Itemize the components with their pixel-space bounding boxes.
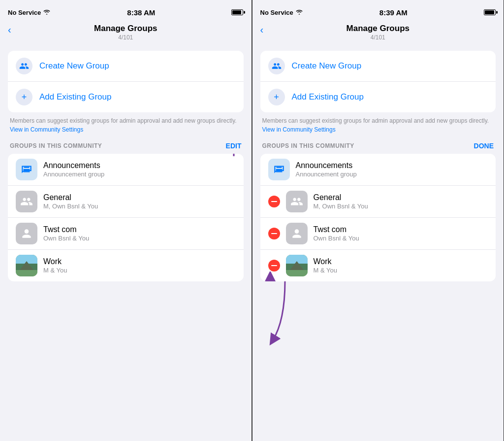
status-left-2: No Service (260, 9, 303, 16)
groups-card-1: Announcements Announcement group General… (8, 154, 244, 281)
done-button-2[interactable]: DONE (474, 142, 494, 150)
create-group-icon-circle-2 (268, 58, 285, 74)
create-group-item-2[interactable]: Create New Group (260, 51, 496, 81)
create-group-item-1[interactable]: Create New Group (8, 51, 244, 81)
remove-general-button-2[interactable] (268, 196, 280, 207)
add-group-item-1[interactable]: + Add Existing Group (8, 81, 244, 112)
remove-twst-button-2[interactable] (268, 228, 280, 239)
nav-bar-2: ‹ Manage Groups 4/101 (252, 22, 504, 45)
group-info-announcements-1: Announcements Announcement group (43, 161, 236, 178)
group-info-announcements-2: Announcements Announcement group (296, 161, 488, 178)
group-info-general-2: General M, Own Bsnl & You (314, 193, 488, 210)
add-group-label-1: Add Existing Group (39, 92, 111, 102)
nav-bar-1: ‹ Manage Groups 4/101 (0, 22, 252, 45)
group-item-announcements-1[interactable]: Announcements Announcement group (8, 154, 244, 185)
group-item-announcements-2[interactable]: Announcements Announcement group (260, 154, 496, 185)
helper-text-2: Members can suggest existing groups for … (262, 116, 494, 134)
group-item-work-2[interactable]: Work M & You (260, 249, 496, 281)
group-item-twst-2[interactable]: Twst com Own Bsnl & You (260, 217, 496, 249)
group-item-general-2[interactable]: General M, Own Bsnl & You (260, 185, 496, 217)
group-item-twst-1[interactable]: Twst com Own Bsnl & You (8, 217, 244, 249)
helper-text-1: Members can suggest existing groups for … (10, 116, 242, 134)
nav-title-1: Manage Groups (8, 24, 244, 34)
remove-work-button-2[interactable] (268, 260, 280, 271)
group-desc-twst-2: Own Bsnl & You (314, 235, 488, 242)
group-desc-announcements-2: Announcement group (296, 170, 488, 178)
status-bar-2: No Service 8:39 AM (252, 0, 504, 22)
create-group-icon-circle-1 (16, 58, 32, 74)
status-left-1: No Service (8, 9, 51, 16)
group-avatar-work-1 (16, 255, 37, 276)
group-desc-work-1: M & You (43, 267, 236, 274)
group-avatar-twst-1 (16, 223, 37, 244)
group-avatar-general-2 (286, 191, 308, 212)
status-right-2 (484, 9, 496, 15)
nav-title-2: Manage Groups (260, 24, 496, 34)
battery-icon-2 (484, 9, 496, 15)
action-card-1: Create New Group + Add Existing Group (8, 51, 244, 112)
create-group-label-2: Create New Group (292, 61, 362, 71)
group-desc-general-2: M, Own Bsnl & You (314, 203, 488, 210)
panel-2: No Service 8:39 AM ‹ Manage Groups 4/101 (252, 0, 504, 441)
edit-button-1[interactable]: EDIT (226, 142, 242, 150)
group-name-general-2: General (314, 193, 488, 202)
group-info-twst-2: Twst com Own Bsnl & You (314, 225, 488, 242)
plus-icon-1: + (22, 92, 27, 102)
group-avatar-twst-2 (286, 223, 308, 244)
add-group-item-2[interactable]: + Add Existing Group (260, 81, 496, 112)
group-name-announcements-1: Announcements (43, 161, 236, 170)
plus-icon-2: + (274, 92, 279, 102)
group-avatar-work-2 (286, 255, 308, 276)
add-group-icon-circle-1: + (16, 89, 32, 105)
status-bar-1: No Service 8:38 AM (0, 0, 252, 22)
create-group-label-1: Create New Group (39, 61, 109, 71)
group-avatar-general-1 (16, 191, 37, 212)
action-card-2: Create New Group + Add Existing Group (260, 51, 496, 112)
group-name-twst-1: Twst com (43, 225, 236, 234)
group-avatar-announcements-2 (268, 159, 290, 180)
no-service-text-2: No Service (260, 9, 293, 16)
group-info-twst-1: Twst com Own Bsnl & You (43, 225, 236, 242)
content-1: Create New Group + Add Existing Group Me… (0, 45, 252, 441)
nav-subtitle-1: 4/101 (8, 34, 244, 41)
add-group-label-2: Add Existing Group (292, 92, 364, 102)
section-header-1: GROUPS IN THIS COMMUNITY EDIT (8, 142, 244, 150)
wifi-icon-1 (43, 9, 51, 16)
group-info-general-1: General M, Own Bsnl & You (43, 193, 236, 210)
group-name-work-2: Work (314, 257, 488, 266)
arrow-svg-2 (265, 281, 305, 345)
helper-link-1[interactable]: View in Community Settings (10, 126, 83, 133)
group-desc-announcements-1: Announcement group (43, 170, 236, 178)
wifi-icon-2 (295, 9, 303, 16)
section-title-1: GROUPS IN THIS COMMUNITY (10, 142, 102, 149)
time-1: 8:38 AM (127, 8, 155, 17)
group-avatar-announcements-1 (16, 159, 37, 180)
group-desc-twst-1: Own Bsnl & You (43, 235, 236, 242)
group-item-general-1[interactable]: General M, Own Bsnl & You (8, 185, 244, 217)
section-header-2: GROUPS IN THIS COMMUNITY DONE (260, 142, 496, 150)
nav-subtitle-2: 4/101 (260, 34, 496, 41)
no-service-text-1: No Service (8, 9, 41, 16)
panel-1: No Service 8:38 AM ‹ Manage Groups 4/101 (0, 0, 252, 441)
group-desc-general-1: M, Own Bsnl & You (43, 203, 236, 210)
group-info-work-1: Work M & You (43, 257, 236, 274)
back-button-2[interactable]: ‹ (260, 25, 264, 34)
group-desc-work-2: M & You (314, 267, 488, 274)
arrow-area-2 (260, 281, 496, 345)
groups-card-2: Announcements Announcement group General… (260, 154, 496, 281)
group-item-work-1[interactable]: Work M & You (8, 249, 244, 281)
time-2: 8:39 AM (379, 8, 408, 17)
battery-icon-1 (231, 9, 243, 15)
group-name-work-1: Work (43, 257, 236, 266)
content-2: Create New Group + Add Existing Group Me… (252, 45, 504, 441)
back-button-1[interactable]: ‹ (8, 25, 11, 34)
helper-link-2[interactable]: View in Community Settings (262, 126, 336, 133)
group-info-work-2: Work M & You (314, 257, 488, 274)
group-name-general-1: General (43, 193, 236, 202)
group-name-announcements-2: Announcements (296, 161, 488, 170)
status-right-1 (231, 9, 243, 15)
group-name-twst-2: Twst com (314, 225, 488, 234)
add-group-icon-circle-2: + (268, 89, 285, 105)
section-title-2: GROUPS IN THIS COMMUNITY (262, 142, 354, 149)
